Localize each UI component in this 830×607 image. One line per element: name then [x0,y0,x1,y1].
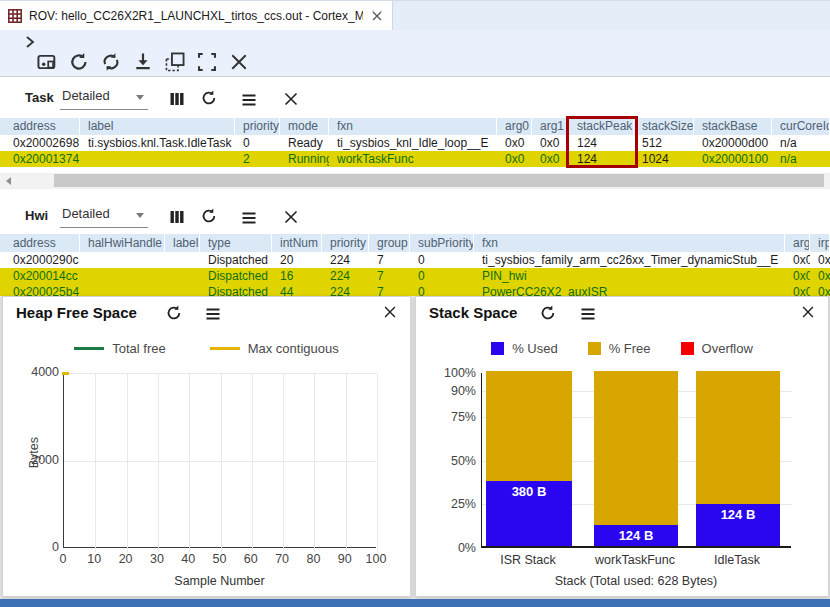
auto-refresh-icon[interactable] [100,51,122,73]
col-header[interactable]: fxn [329,118,497,135]
axis-tick-label: 90% [451,384,476,398]
gridline-vertical [346,373,347,552]
legend-label: Max contiguous [248,341,339,356]
stackpeak-highlight-box [566,116,638,168]
hwi-menu-icon[interactable] [240,209,258,227]
col-header[interactable]: type [200,234,272,252]
heap-refresh-icon[interactable] [165,304,183,322]
col-header[interactable]: arg0 [497,118,532,135]
rov-tab[interactable]: ROV: hello_CC26X2R1_LAUNCHXL_tirtos_ccs.… [0,1,393,31]
cell-stackSize: 1024 [634,151,694,167]
total-free-swatch [74,347,104,350]
bar-idletask[interactable]: 124 B [696,371,780,546]
cell-label [165,268,200,284]
col-header[interactable]: fxn [474,234,785,252]
stack-refresh-icon[interactable] [539,304,557,322]
task-section-title: Task [25,90,54,105]
heap-menu-icon[interactable] [204,305,222,323]
tab-close-icon[interactable] [370,9,384,23]
table-row[interactable]: 0x20002698 ti.sysbios.knl.Task.IdleTask … [0,135,830,151]
axis-tick-label: 80 [301,552,325,566]
col-header[interactable]: address [0,234,80,252]
rov-toolbar [0,30,830,77]
hwi-view-mode-value: Detailed [62,206,110,221]
bar-value-label: 124 B [594,528,678,543]
cell-arg1: 0x0 [532,135,569,151]
col-header[interactable]: priority [235,118,280,135]
cell-curCoreId: n/a [772,135,830,151]
col-header[interactable]: curCoreId [772,118,830,135]
col-header[interactable]: subPriority [410,234,474,252]
task-menu-icon[interactable] [240,91,258,109]
cell-subPriority: 0 [410,268,474,284]
gridline-horizontal [64,373,376,374]
col-header[interactable]: intNum [272,234,322,252]
gridline-vertical [158,373,159,552]
cell-fxn: ti_sysbios_knl_Idle_loop__E [329,135,497,151]
task-view-mode-select[interactable]: Detailed [60,86,148,110]
axis-tick-label: 50% [451,454,476,468]
task-close-icon[interactable] [282,90,300,108]
scroll-left-arrow-icon [6,177,11,185]
clone-view-icon[interactable] [164,51,186,73]
col-header[interactable]: priority [322,234,369,252]
expand-chevron-icon[interactable] [22,34,38,50]
axis-tick-label: 0 [51,552,75,566]
horizontal-scrollbar[interactable] [0,173,830,189]
legend-item: Total free [74,341,165,356]
col-header[interactable]: label [165,234,200,252]
task-view-mode-value: Detailed [62,88,110,103]
bar-free-segment [696,371,780,504]
refresh-icon[interactable] [68,51,90,73]
tab-title: ROV: hello_CC26X2R1_LAUNCHXL_tirtos_ccs.… [29,9,363,23]
col-header[interactable]: arg1 [532,118,569,135]
heap-legend: Total free Max contiguous [3,341,410,356]
stack-panel-title: Stack Space [429,304,517,321]
cell-address: 0x20001374 [0,151,80,167]
heap-free-space-panel: Heap Free Space Total free Max contiguou… [2,296,411,597]
col-header[interactable]: group [369,234,410,252]
hwi-columns-icon[interactable] [168,208,186,226]
col-header[interactable]: halHwiHandle [80,234,165,252]
stack-menu-icon[interactable] [579,305,597,323]
hwi-close-icon[interactable] [282,208,300,226]
col-header[interactable]: irp [810,234,830,252]
axis-tick-label: 25% [451,497,476,511]
save-data-icon[interactable] [132,51,154,73]
axis-tick-label: 2000 [31,453,59,467]
bar-isr-stack[interactable]: 380 B [486,371,572,546]
col-header[interactable]: label [80,118,235,135]
bar-worktaskfunc[interactable]: 124 B [594,371,678,546]
legend-label: Total free [112,341,165,356]
hwi-table-header[interactable]: address halHwiHandle label type intNum p… [0,234,830,252]
stack-close-icon[interactable] [800,304,816,320]
table-row[interactable]: 0x2000290c Dispatched 20 224 7 0 ti_sysb… [0,252,830,268]
cell-type: Dispatched [200,252,272,268]
task-table-header[interactable]: address label priority mode fxn arg0 arg… [0,118,830,135]
cell-priority: 2 [235,151,280,167]
gridline-vertical [95,373,96,552]
task-refresh-icon[interactable] [200,89,218,107]
col-header[interactable]: stackBase [694,118,772,135]
gridline-vertical [252,373,253,552]
connect-device-icon[interactable] [36,51,58,73]
cell-address: 0x200014cc [0,268,80,284]
col-header[interactable]: stackSize [634,118,694,135]
close-all-icon[interactable] [228,51,250,73]
heap-close-icon[interactable] [382,304,398,320]
hwi-refresh-icon[interactable] [200,207,218,225]
heap-x-axis-ticks: 0102030405060708090100 [63,552,376,566]
col-header[interactable]: arg [785,234,810,252]
scroll-left-button[interactable] [0,173,16,189]
col-header[interactable]: address [0,118,80,135]
table-row-highlighted[interactable]: 0x200014cc Dispatched 16 224 7 0 PIN_hwi… [0,268,830,284]
heap-x-axis-title: Sample Number [63,574,376,588]
heap-y-axis-ticks: 400020000 [19,373,59,548]
stack-total-used-text: Stack (Total used: 628 Bytes) [481,574,791,588]
scrollbar-thumb[interactable] [54,174,824,187]
table-row-highlighted[interactable]: 0x20001374 2 Running workTaskFunc 0x0 0x… [0,151,830,167]
hwi-view-mode-select[interactable]: Detailed [60,204,148,228]
task-columns-icon[interactable] [168,90,186,108]
maximize-icon[interactable] [196,51,218,73]
col-header[interactable]: mode [280,118,329,135]
